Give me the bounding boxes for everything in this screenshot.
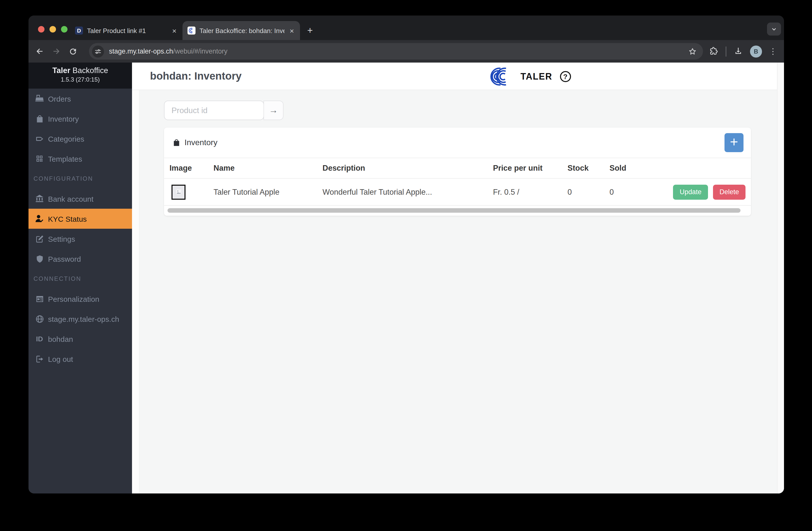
sidebar-item-label: Templates [48, 154, 82, 163]
column-header-image: Image [170, 164, 214, 173]
tab-title: Taler Product link #1 [87, 27, 167, 34]
plus-icon: + [730, 134, 738, 150]
column-header-name: Name [214, 164, 322, 173]
sidebar-item-label: KYC Status [48, 214, 87, 223]
shopping-bag-icon [173, 139, 180, 146]
sidebar-item-categories[interactable]: Categories [29, 129, 132, 149]
cell-actions: Update Delete [644, 184, 745, 199]
cell-name: Taler Tutorial Apple [214, 187, 322, 196]
sidebar-item-kyc-status[interactable]: KYC Status [29, 209, 132, 229]
tab-favicon: D [75, 27, 83, 34]
content-left-gutter [132, 90, 140, 493]
product-image-placeholder [172, 184, 186, 199]
content-area: → Inventory + [132, 90, 784, 493]
sidebar-item-label: Settings [48, 235, 75, 243]
bank-icon [34, 194, 44, 204]
cell-stock: 0 [567, 187, 609, 196]
sidebar-item-label: Log out [48, 354, 73, 363]
downloads-button[interactable] [734, 46, 743, 56]
sidebar-section-connection: CONNECTION [29, 269, 132, 289]
vertical-scrollbar-gutter[interactable] [777, 62, 784, 493]
reload-icon [68, 47, 77, 56]
sidebar-item-label: Bank account [48, 194, 93, 203]
app-title: Taler Backoffice [29, 66, 132, 75]
zoom-window-button[interactable] [61, 26, 68, 32]
sidebar-item-label: stage.my.taler-ops.ch [48, 315, 119, 323]
app-brand: Taler Backoffice 1.5.3 (27:0:15) [29, 62, 132, 88]
globe-icon [34, 314, 44, 324]
app-title-bold: Taler [53, 66, 71, 74]
sidebar-item-settings[interactable]: Settings [29, 229, 132, 249]
sidebar-item-bank-account[interactable]: Bank account [29, 189, 132, 209]
sidebar-item-log-out[interactable]: Log out [29, 349, 132, 369]
id-badge-icon: ID [34, 334, 44, 344]
reload-button[interactable] [64, 43, 81, 59]
tab-taler-backoffice[interactable]: Taler Backoffice: bohdan: Inve × [183, 21, 300, 40]
sidebar-item-personalization[interactable]: Personalization [29, 289, 132, 309]
address-bar[interactable]: stage.my.taler-ops.ch/webui/#/inventory [89, 43, 703, 59]
inventory-card-header: Inventory + [164, 128, 751, 158]
extensions-button[interactable] [709, 46, 719, 56]
window-controls [38, 26, 68, 32]
product-id-input[interactable] [164, 101, 264, 120]
url-path: /webui/#/inventory [173, 47, 228, 55]
cell-sold: 0 [609, 187, 644, 196]
browser-menu-button[interactable]: ⋮ [769, 46, 777, 56]
sidebar-item-label: bohdan [48, 335, 73, 343]
back-arrow-icon [35, 46, 44, 56]
sidebar-item-inventory[interactable]: Inventory [29, 109, 132, 129]
sidebar-item-templates[interactable]: Templates [29, 149, 132, 169]
minimize-window-button[interactable] [49, 26, 56, 32]
bookmark-star-button[interactable] [688, 47, 697, 56]
delete-button[interactable]: Delete [713, 184, 745, 199]
close-tab-icon[interactable]: × [171, 27, 177, 34]
back-button[interactable] [31, 43, 48, 59]
update-button[interactable]: Update [673, 184, 708, 199]
app-title-regular: Backoffice [72, 66, 108, 74]
column-header-description: Description [322, 164, 493, 173]
chevron-down-icon [770, 26, 778, 32]
help-button[interactable]: ? [560, 71, 571, 82]
desktop: D Taler Product link #1 × Taler Backoffi… [0, 0, 812, 531]
page-header: bohdan: Inventory TALER ? [132, 62, 784, 90]
image-icon [175, 188, 182, 196]
puzzle-icon [709, 46, 719, 56]
sidebar-item-label: Inventory [48, 114, 79, 123]
inventory-card-title: Inventory [173, 138, 218, 147]
shopping-bag-icon [34, 114, 44, 124]
shield-icon [34, 254, 44, 264]
sidebar-item-username[interactable]: ID bohdan [29, 329, 132, 349]
sidebar-item-password[interactable]: Password [29, 249, 132, 269]
horizontal-scrollbar-thumb[interactable] [168, 208, 740, 213]
profile-avatar[interactable]: B [750, 45, 762, 57]
close-tab-icon[interactable]: × [289, 27, 295, 34]
logout-icon [34, 354, 44, 364]
sidebar-item-merchant-host[interactable]: stage.my.taler-ops.ch [29, 309, 132, 329]
cell-price: Fr. 0.5 / [493, 187, 567, 196]
inventory-card-title-text: Inventory [185, 138, 218, 147]
site-settings-button[interactable] [92, 45, 104, 57]
qr-code-icon [34, 154, 44, 164]
toolbar-divider [725, 46, 726, 56]
table-row: Taler Tutorial Apple Wonderful Taler Tut… [164, 179, 751, 206]
add-product-button[interactable]: + [725, 133, 743, 152]
sidebar-item-label: Password [48, 254, 81, 263]
tab-taler-product-link[interactable]: D Taler Product link #1 × [70, 21, 183, 40]
sidebar-nav: Orders Inventory Categories [29, 88, 132, 493]
forward-button[interactable] [48, 43, 64, 59]
sidebar-section-configuration: CONFIGURATION [29, 169, 132, 189]
sidebar-item-label: Orders [48, 94, 71, 103]
taler-logo-text: TALER [520, 70, 553, 83]
taler-logo: TALER ? [487, 67, 571, 86]
tab-search-button[interactable] [767, 23, 781, 36]
page-body: Taler Backoffice 1.5.3 (27:0:15) Orders … [29, 62, 784, 493]
sidebar-item-orders[interactable]: Orders [29, 88, 132, 109]
close-window-button[interactable] [38, 26, 44, 32]
tag-icon [34, 134, 44, 144]
edit-square-icon [34, 234, 44, 244]
inventory-table-header: Image Name Description Price per unit St… [164, 158, 751, 179]
forward-arrow-icon [52, 46, 61, 56]
main-area: bohdan: Inventory TALER ? [132, 62, 784, 493]
search-submit-button[interactable]: → [263, 101, 284, 120]
new-tab-button[interactable]: + [303, 24, 317, 38]
